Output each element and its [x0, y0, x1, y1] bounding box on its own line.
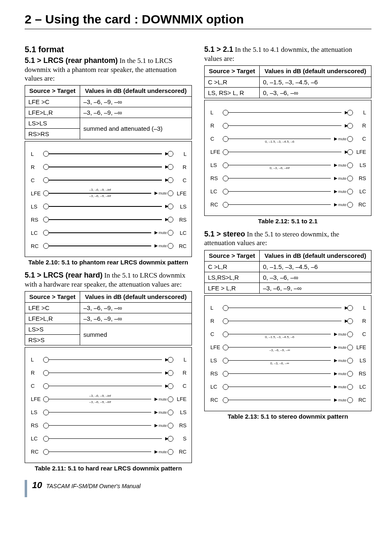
node-icon — [223, 371, 228, 377]
table-cell: summed and attenuated (–3) — [80, 118, 191, 139]
heading-21: 5.1 > 2.1 — [204, 45, 233, 53]
section-21-intro: 5.1 > 2.1 In the 5.1 to 4.1 downmix, the… — [204, 45, 371, 63]
mute-label: mute — [337, 163, 347, 167]
node-icon — [223, 384, 228, 390]
th-values: Values in dB (default underscored) — [80, 86, 191, 97]
signal-line — [228, 400, 331, 400]
signal-row: RR — [29, 366, 187, 380]
attenuation-annotation: 0, –3, –6, –∞ — [228, 361, 331, 365]
node-icon — [223, 123, 228, 129]
table-cell: 0, –1.5, –3, –4.5, –6 — [259, 261, 371, 272]
mute-label: mute — [157, 397, 168, 401]
signal-row: LL — [29, 147, 187, 160]
channel-label-left: L — [29, 151, 43, 157]
node-icon — [168, 410, 173, 415]
signal-line — [49, 386, 162, 386]
channel-label-left: R — [29, 370, 43, 376]
page-number: 10 — [32, 480, 42, 491]
channel-label-right: C — [173, 177, 187, 183]
node-icon — [43, 449, 49, 455]
channel-label-right: RC — [173, 243, 187, 249]
th-values: Values in dB (default underscored) — [259, 65, 371, 76]
channel-label-right: LC — [353, 188, 367, 195]
signal-line — [49, 180, 162, 180]
table-lrcs-phantom: Source > Target Values in dB (default un… — [25, 85, 192, 139]
channel-label-right: LS — [353, 357, 367, 364]
signal-row: LFELFE — [209, 146, 367, 159]
table-cell: C >L,R — [205, 76, 260, 87]
channel-label-left: LC — [209, 384, 223, 390]
attenuation-annotation: –3, –6, –9, –inf — [49, 394, 151, 398]
channel-label-right: R — [353, 123, 367, 129]
signal-line — [228, 387, 331, 387]
th-source-target: Source > Target — [205, 250, 260, 261]
node-icon — [347, 123, 353, 129]
signal-line: –3, –6, –9, –inf–3, –6, –9, –inf — [49, 193, 151, 193]
table-cell: LFE >C — [25, 302, 80, 313]
channel-label-left: RS — [29, 217, 43, 223]
signal-row: RR — [209, 315, 367, 328]
node-icon — [168, 230, 173, 236]
channel-label-left: R — [209, 318, 223, 324]
node-icon — [168, 204, 173, 209]
node-icon — [347, 345, 353, 350]
node-icon — [223, 345, 228, 350]
table-cell: –3, –6, –9, –∞ — [80, 97, 191, 107]
node-icon — [223, 189, 228, 195]
mute-label: mute — [157, 231, 168, 235]
channel-label-left: C — [29, 177, 43, 183]
mute-label: mute — [337, 385, 347, 389]
attenuation-annotation: 0, –1.5, –3, –4.5, –6 — [228, 140, 331, 144]
signal-row: LS0, –3, –6, –∞muteLS — [209, 354, 367, 367]
channel-label-right: L — [173, 151, 187, 157]
table-stereo: Source > Target Values in dB (default un… — [204, 250, 371, 294]
node-icon — [43, 164, 49, 170]
channel-label-left: R — [209, 123, 223, 129]
signal-line — [49, 438, 162, 439]
channel-label-left: L — [209, 305, 223, 311]
channel-label-left: LFE — [209, 344, 223, 350]
table-cell: C >L,R — [205, 261, 260, 272]
signal-line — [49, 359, 162, 360]
node-icon — [43, 396, 49, 402]
caption-table-2-13: Table 2.13: 5.1 to stereo downmix patter… — [204, 413, 371, 420]
signal-row: RR — [29, 160, 187, 174]
signal-row: LSLS — [29, 200, 187, 213]
signal-line — [49, 425, 151, 426]
node-icon — [223, 136, 228, 142]
channel-label-left: L — [209, 109, 223, 116]
table-cell: –3, –6, –9, –∞ — [80, 313, 191, 324]
channel-label-right: C — [353, 331, 367, 337]
channel-label-right: RS — [353, 371, 367, 377]
signal-row: RSmuteRS — [29, 419, 187, 432]
channel-label-right: R — [173, 164, 187, 170]
node-icon — [168, 370, 173, 376]
caption-table-2-10: Table 2.10: 5.1 to phantom rear LRCS dow… — [25, 259, 192, 266]
channel-label-left: R — [29, 164, 43, 170]
table-cell: –3, –6, –9, –∞ — [80, 302, 191, 313]
channel-label-right: R — [173, 370, 187, 376]
node-icon — [347, 189, 353, 195]
node-icon — [347, 331, 353, 337]
th-source-target: Source > Target — [25, 86, 80, 97]
signal-row: LS0, –3, –6, –infmuteLS — [209, 159, 367, 172]
signal-row: RR — [209, 119, 367, 132]
signal-row: C0, –1.5, –3, –4.5, –6muteC — [209, 132, 367, 146]
signal-row: RCmuteRC — [209, 394, 367, 407]
table-cell: LFE >C — [25, 97, 80, 107]
node-icon — [168, 357, 173, 363]
channel-label-right: LFE — [353, 344, 367, 350]
signal-row: CC — [29, 380, 187, 393]
signal-line — [228, 321, 341, 321]
channel-label-right: RC — [353, 202, 367, 208]
channel-label-left: C — [209, 136, 223, 142]
attenuation-annotation: –3, –6, –9, –∞ — [228, 348, 331, 352]
channel-label-right: LFE — [173, 396, 187, 402]
signal-row: RCmuteRC — [29, 239, 187, 253]
mute-label: mute — [157, 410, 168, 415]
node-icon — [43, 204, 49, 209]
node-icon — [43, 217, 49, 222]
mute-label: mute — [337, 190, 347, 194]
channel-label-right: L — [353, 109, 367, 116]
node-icon — [43, 410, 49, 415]
